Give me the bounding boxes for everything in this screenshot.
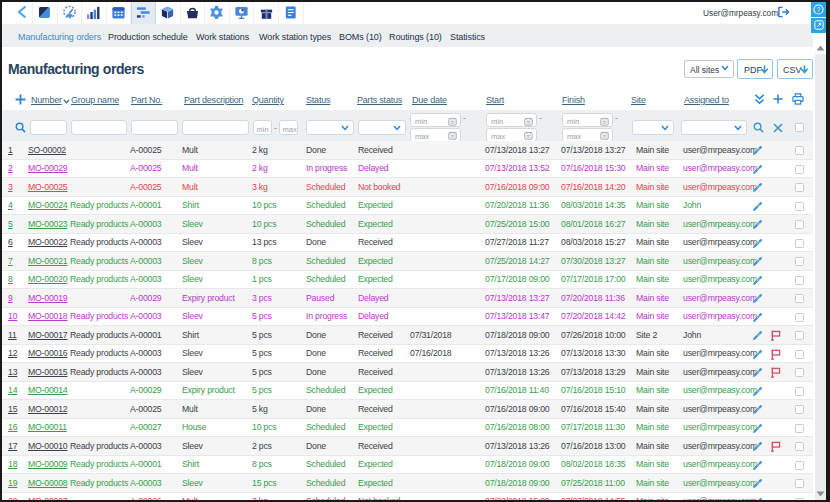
- svg-text:?: ?: [817, 6, 821, 13]
